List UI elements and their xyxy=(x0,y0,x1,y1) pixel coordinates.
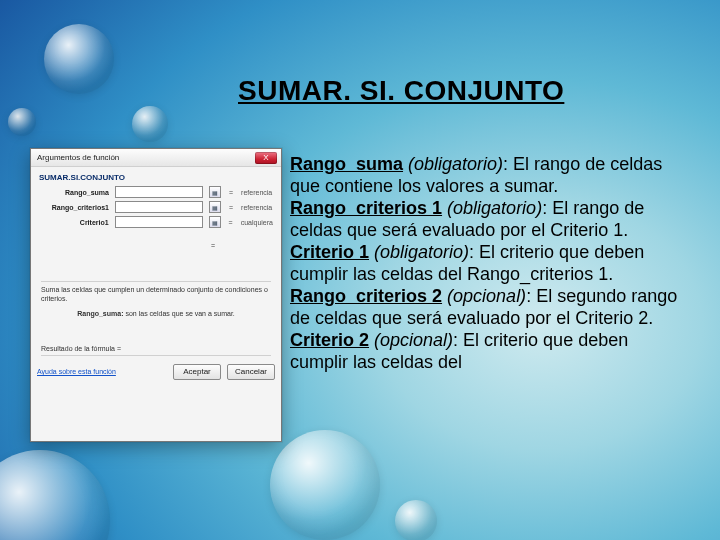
range-picker-icon[interactable]: ▦ xyxy=(209,216,221,228)
dialog-description: Suma las celdas que cumplen un determina… xyxy=(39,286,273,304)
arg-row: Criterio1 ▦ = cualquiera xyxy=(39,216,273,228)
equals-sign: = xyxy=(229,189,233,196)
definition-item: Criterio 1 (obligatorio): El criterio qu… xyxy=(290,242,682,286)
arg-hint: cualquiera xyxy=(241,219,273,226)
bubble xyxy=(0,450,110,540)
dialog-title-text: Argumentos de función xyxy=(37,153,119,162)
range-picker-icon[interactable]: ▦ xyxy=(209,201,221,213)
definition-item: Rango_suma (obligatorio): El rango de ce… xyxy=(290,154,682,198)
slide: SUMAR. SI. CONJUNTO Argumentos de funció… xyxy=(0,0,720,540)
divider xyxy=(41,355,271,356)
arg-hint: referencia xyxy=(241,204,272,211)
bubble xyxy=(132,106,168,142)
dialog-result-label: Resultado de la fórmula = xyxy=(39,345,273,352)
divider xyxy=(41,281,271,282)
definition-requirement: (opcional) xyxy=(447,286,526,306)
ok-button[interactable]: Aceptar xyxy=(173,364,221,380)
range-picker-icon[interactable]: ▦ xyxy=(209,186,221,198)
definition-requirement: (obligatorio) xyxy=(408,154,503,174)
definition-requirement: (obligatorio) xyxy=(374,242,469,262)
arg-desc-text: son las celdas que se van a sumar. xyxy=(125,310,234,317)
cancel-button[interactable]: Cancelar xyxy=(227,364,275,380)
dialog-body: SUMAR.SI.CONJUNTO Rango_suma ▦ = referen… xyxy=(31,167,281,364)
arg-input[interactable] xyxy=(115,201,203,213)
arg-desc-name: Rango_suma: xyxy=(77,310,123,317)
equals-sign: = xyxy=(229,204,233,211)
definition-item: Criterio 2 (opcional): El criterio que d… xyxy=(290,330,682,374)
arg-row: Rango_criterios1 ▦ = referencia xyxy=(39,201,273,213)
dialog-titlebar: Argumentos de función X xyxy=(31,149,281,167)
definitions-block: Rango_suma (obligatorio): El rango de ce… xyxy=(290,154,682,374)
arg-label: Rango_suma xyxy=(39,189,109,196)
bubble xyxy=(8,108,36,136)
arg-label: Criterio1 xyxy=(39,219,109,226)
arg-label: Rango_criterios1 xyxy=(39,204,109,211)
definition-name: Rango_criterios 2 xyxy=(290,286,442,306)
dialog-help-link[interactable]: Ayuda sobre esta función xyxy=(37,368,116,375)
equals-sign: = xyxy=(229,219,233,226)
definition-item: Rango_criterios 2 (opcional): El segundo… xyxy=(290,286,682,330)
definition-name: Rango_suma xyxy=(290,154,403,174)
definition-name: Criterio 1 xyxy=(290,242,369,262)
bubble xyxy=(44,24,114,94)
bubble xyxy=(270,430,380,540)
page-title: SUMAR. SI. CONJUNTO xyxy=(238,76,678,105)
definition-requirement: (opcional) xyxy=(374,330,453,350)
definition-item: Rango_criterios 1 (obligatorio): El rang… xyxy=(290,198,682,242)
function-args-dialog: Argumentos de función X SUMAR.SI.CONJUNT… xyxy=(30,148,282,442)
definition-name: Rango_criterios 1 xyxy=(290,198,442,218)
arg-row: Rango_suma ▦ = referencia xyxy=(39,186,273,198)
close-icon[interactable]: X xyxy=(255,152,277,164)
arg-hint: referencia xyxy=(241,189,272,196)
dialog-footer: Ayuda sobre esta función Aceptar Cancela… xyxy=(31,364,281,386)
arg-input[interactable] xyxy=(115,186,203,198)
dialog-arg-description: Rango_suma: son las celdas que se van a … xyxy=(39,310,273,317)
dialog-button-row: Aceptar Cancelar xyxy=(173,364,275,380)
definition-name: Criterio 2 xyxy=(290,330,369,350)
definition-requirement: (obligatorio) xyxy=(447,198,542,218)
arg-input[interactable] xyxy=(115,216,203,228)
dialog-function-name: SUMAR.SI.CONJUNTO xyxy=(39,173,273,182)
equals-result: = xyxy=(39,242,273,249)
bubble xyxy=(395,500,437,540)
